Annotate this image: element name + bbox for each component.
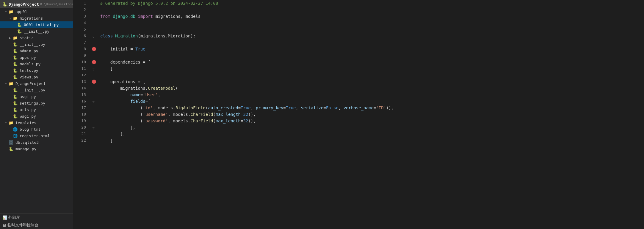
tree-item-views.py[interactable]: 🐍 views.py <box>0 74 73 80</box>
line-content: ('id', models.BigAutoField(auto_created=… <box>98 105 644 111</box>
table-row: 4 <box>73 20 644 26</box>
file-icon: 📁 <box>13 16 18 20</box>
external-libs[interactable]: 📊 外部库 <box>0 214 73 221</box>
tree-item-settings.py[interactable]: 🐍 settings.py <box>0 100 73 106</box>
tree-arrow: ▾ <box>4 82 8 85</box>
tree-item-static[interactable]: ▶ 📁 static <box>0 34 73 41</box>
line-content: from django.db import migrations, models <box>98 13 644 20</box>
table-row: 14 migrations.CreateModel( <box>73 85 644 91</box>
breakpoint-icon <box>92 60 96 64</box>
line-content: name='User', <box>98 91 644 98</box>
breakpoint-icon <box>92 80 96 84</box>
tree-item-asgi.py[interactable]: 🐍 asgi.py <box>0 93 73 100</box>
temp-console-label: 临时文件和控制台 <box>7 222 38 228</box>
line-gutter <box>91 39 98 46</box>
line-number: 11 <box>73 65 91 72</box>
tree-label: 0001_initial.py <box>24 23 59 27</box>
line-gutter: ▽ <box>91 65 98 72</box>
temp-console[interactable]: 🖥 临时文件和控制台 <box>0 221 73 229</box>
line-number: 19 <box>73 118 91 124</box>
table-row: 13 operations = [ <box>73 78 644 85</box>
file-icon: 🐍 <box>13 114 18 119</box>
tree-label: __init__.py <box>24 29 49 34</box>
tree-item-0001_initial.py[interactable]: 🐍 0001_initial.py <box>0 21 73 28</box>
line-number: 15 <box>73 91 91 98</box>
line-gutter <box>91 26 98 33</box>
line-gutter <box>91 78 98 85</box>
tree-item-__init__django[interactable]: 🐍 __init__.py <box>0 87 73 93</box>
tree-item-DjangoProject[interactable]: ▾ 📁 DjangoProject <box>0 80 73 87</box>
code-editor[interactable]: 1# Generated by Django 5.0.2 on 2024-02-… <box>73 0 644 229</box>
file-icon: 🗄️ <box>9 140 13 145</box>
tree-item-models.py[interactable]: 🐍 models.py <box>0 61 73 67</box>
line-content <box>98 72 644 78</box>
tree-item-migrations[interactable]: ▾ 📁 migrations <box>0 15 73 21</box>
sidebar-footer: 📊 外部库 🖥 临时文件和控制台 <box>0 213 73 229</box>
file-icon: 🐍 <box>13 94 18 99</box>
tree-item-register.html[interactable]: 🌐 register.html <box>0 132 73 139</box>
file-icon: 🐍 <box>17 29 22 34</box>
tree-item-apps.py[interactable]: 🐍 apps.py <box>0 54 73 61</box>
tree-item-__init__app[interactable]: 🐍 __init__.py <box>0 41 73 48</box>
tree-label: __init__.py <box>20 88 45 92</box>
project-path: D:\Users\Desktop\ <box>40 2 73 6</box>
tree-item-admin.py[interactable]: 🐍 admin.py <box>0 48 73 54</box>
tree-label: views.py <box>20 75 38 79</box>
breakpoint-icon <box>92 47 96 51</box>
table-row: 19 ('password', models.CharField(max_len… <box>73 118 644 124</box>
file-icon: 📁 <box>9 81 13 86</box>
line-number: 12 <box>73 72 91 78</box>
tree-item-manage.py[interactable]: 🐍 manage.py <box>0 146 73 152</box>
file-icon: 🌐 <box>13 134 18 138</box>
table-row: 16▽ fields=[ <box>73 98 644 105</box>
temp-console-icon: 🖥 <box>2 223 6 228</box>
line-number: 2 <box>73 7 91 13</box>
line-number: 8 <box>73 46 91 52</box>
table-row: 12 <box>73 72 644 78</box>
line-gutter <box>91 46 98 52</box>
file-icon: 🐍 <box>17 23 22 27</box>
line-gutter <box>91 85 98 91</box>
tree-label: manage.py <box>15 147 36 151</box>
file-icon: 🐍 <box>13 62 18 66</box>
line-number: 17 <box>73 105 91 111</box>
tree-label: db.sqlite3 <box>15 140 39 145</box>
tree-label: tests.py <box>20 68 38 73</box>
tree-item-blog.html[interactable]: 🌐 blog.html <box>0 126 73 132</box>
tree-label: app01 <box>15 10 27 14</box>
external-libs-icon: 📊 <box>2 215 7 220</box>
table-row: 18 ('username', models.CharField(max_len… <box>73 111 644 118</box>
line-content: # Generated by Django 5.0.2 on 2024-02-2… <box>98 0 644 7</box>
table-row: 22 ] <box>73 137 644 144</box>
line-number: 3 <box>73 13 91 20</box>
table-row: 21 ), <box>73 131 644 137</box>
file-icon: 🐍 <box>13 42 18 47</box>
tree-item-templates[interactable]: ▾ 📁 templates <box>0 119 73 126</box>
table-row: 11▽ ] <box>73 65 644 72</box>
tree-label: static <box>20 36 34 40</box>
table-row: 9 <box>73 52 644 59</box>
table-row: 8 initial = True <box>73 46 644 52</box>
line-number: 7 <box>73 39 91 46</box>
line-gutter <box>91 0 98 7</box>
line-content <box>98 7 644 13</box>
tree-label: wsgi.py <box>20 114 36 119</box>
tree-item-db.sqlite3[interactable]: 🗄️ db.sqlite3 <box>0 139 73 146</box>
tree-item-wsgi.py[interactable]: 🐍 wsgi.py <box>0 113 73 119</box>
project-name: DjangoProject <box>9 2 39 7</box>
tree-arrow: ▾ <box>8 17 12 20</box>
line-gutter <box>91 111 98 118</box>
file-icon: 🐍 <box>13 49 18 53</box>
tree-item-tests.py[interactable]: 🐍 tests.py <box>0 67 73 74</box>
tree-item-app01[interactable]: ▾ 📁 app01 <box>0 8 73 15</box>
project-header: 🐍 DjangoProject D:\Users\Desktop\ <box>0 0 73 8</box>
line-content <box>98 26 644 33</box>
table-row: 10 dependencies = [ <box>73 59 644 65</box>
line-content: ('password', models.CharField(max_length… <box>98 118 644 124</box>
external-libs-label: 外部库 <box>8 215 20 220</box>
tree-item-urls.py[interactable]: 🐍 urls.py <box>0 106 73 113</box>
line-gutter <box>91 137 98 144</box>
tree-item-__init__migrations[interactable]: 🐍 __init__.py <box>0 28 73 34</box>
line-content: class Migration(migrations.Migration): <box>98 33 644 39</box>
line-gutter <box>91 72 98 78</box>
